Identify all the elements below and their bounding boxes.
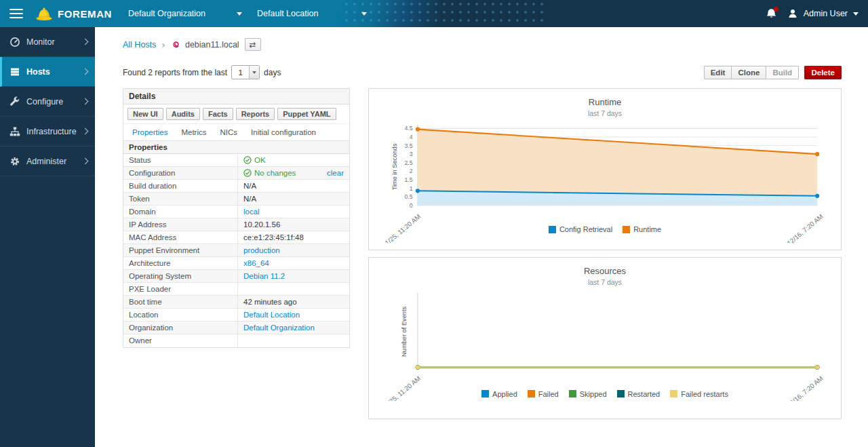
domain-link[interactable]: local bbox=[243, 208, 260, 216]
check-circle-icon bbox=[243, 169, 252, 177]
host-switcher-button[interactable]: ⇄ bbox=[245, 38, 261, 51]
sidebar-item-infrastructure[interactable]: Infrastructure bbox=[0, 117, 95, 147]
user-name: Admin User bbox=[804, 9, 848, 18]
table-row-owner: Owner bbox=[123, 334, 349, 347]
breadcrumb-current-host: debian11.local bbox=[171, 39, 239, 50]
chevron-right-icon bbox=[82, 69, 89, 75]
host-action-buttons: Edit Clone Build Delete bbox=[704, 66, 842, 79]
legend-swatch bbox=[670, 390, 677, 397]
svg-text:Time in Seconds: Time in Seconds bbox=[391, 143, 398, 190]
reports-toolbar: Found 2 reports from the last 1 days Edi… bbox=[123, 65, 842, 79]
tab-metrics[interactable]: Metrics bbox=[175, 124, 212, 140]
runtime-chart-panel: Runtime last 7 days 00.511.522.533.544.5… bbox=[368, 88, 842, 250]
caret-down-icon bbox=[361, 12, 367, 16]
sidebar-nav: Monitor Hosts Configure bbox=[0, 27, 95, 447]
legend-item[interactable]: Applied bbox=[481, 390, 517, 398]
chevron-right-icon bbox=[82, 158, 89, 165]
caret-down-icon bbox=[853, 12, 859, 16]
svg-text:4: 4 bbox=[410, 134, 413, 140]
chevron-right-icon bbox=[82, 128, 89, 135]
tab-properties[interactable]: Properties bbox=[126, 124, 174, 140]
sidebar-item-hosts[interactable]: Hosts bbox=[0, 57, 95, 87]
svg-text:4.5: 4.5 bbox=[405, 125, 413, 132]
legend-item[interactable]: Failed bbox=[528, 390, 559, 398]
legend-item[interactable]: Failed restarts bbox=[670, 390, 728, 398]
location-dropdown[interactable]: Default Location bbox=[257, 9, 367, 18]
location-link[interactable]: Default Location bbox=[243, 311, 300, 319]
user-icon bbox=[787, 8, 798, 19]
legend-label: Runtime bbox=[633, 225, 661, 233]
chevron-right-icon bbox=[82, 39, 89, 45]
wrench-icon bbox=[9, 96, 20, 107]
table-row-architecture: Architecture x86_64 bbox=[123, 257, 349, 270]
audits-button[interactable]: Audits bbox=[166, 108, 200, 120]
legend-label: Config Retrieval bbox=[559, 225, 612, 233]
operating-system-link[interactable]: Debian 11.2 bbox=[243, 272, 285, 280]
legend-label: Failed bbox=[538, 390, 559, 398]
legend-item[interactable]: Config Retrieval bbox=[549, 225, 612, 233]
tab-initial-configuration[interactable]: Initial configuration bbox=[245, 124, 322, 140]
table-row-organization: Organization Default Organization bbox=[123, 322, 349, 334]
table-row-configuration: Configuration No changesclear bbox=[123, 167, 349, 180]
host-name: debian11.local bbox=[185, 40, 239, 50]
sidebar-item-configure[interactable]: Configure bbox=[0, 87, 95, 117]
charts-column: Runtime last 7 days 00.511.522.533.544.5… bbox=[368, 88, 842, 419]
delete-button[interactable]: Delete bbox=[804, 66, 842, 79]
svg-text:3: 3 bbox=[410, 151, 413, 157]
legend-item[interactable]: Restarted bbox=[617, 390, 660, 398]
runtime-chart: 00.511.522.533.544.511/25, 11:20 AM12/16… bbox=[374, 120, 835, 243]
runtime-chart-subtitle: last 7 days bbox=[374, 109, 835, 117]
resources-chart-legend: AppliedFailedSkippedRestartedFailed rest… bbox=[374, 390, 835, 398]
select-caret-icon bbox=[249, 66, 259, 79]
architecture-link[interactable]: x86_64 bbox=[243, 259, 269, 267]
svg-text:1.5: 1.5 bbox=[405, 176, 413, 183]
foreman-logo[interactable]: FOREMAN bbox=[35, 6, 112, 21]
table-row-status: Status OK bbox=[123, 154, 349, 167]
tab-nics[interactable]: NICs bbox=[214, 124, 243, 140]
resources-chart-panel: Resources last 7 days 11/25, 11:20 AM12/… bbox=[368, 257, 842, 419]
resources-chart: 11/25, 11:20 AM12/16, 7:20 AMNumber of E… bbox=[374, 289, 835, 401]
build-button: Build bbox=[766, 66, 799, 79]
user-menu[interactable]: Admin User bbox=[787, 8, 859, 19]
details-buttons: New UI Audits Facts Reports Puppet YAML bbox=[123, 104, 349, 124]
table-row-domain: Domain local bbox=[123, 206, 349, 218]
server-icon bbox=[9, 66, 20, 77]
runtime-chart-title: Runtime bbox=[374, 97, 835, 107]
legend-swatch bbox=[569, 390, 576, 397]
breadcrumb-all-hosts-link[interactable]: All Hosts bbox=[123, 40, 156, 50]
gear-icon bbox=[9, 156, 20, 167]
legend-swatch bbox=[528, 390, 535, 397]
notification-badge bbox=[774, 7, 778, 12]
puppet-yaml-button[interactable]: Puppet YAML bbox=[277, 108, 336, 120]
table-row-pxe-loader: PXE Loader bbox=[123, 283, 349, 296]
facts-button[interactable]: Facts bbox=[203, 108, 233, 120]
notifications-bell-icon[interactable] bbox=[766, 8, 777, 20]
resources-chart-subtitle: last 7 days bbox=[374, 278, 835, 286]
edit-button[interactable]: Edit bbox=[704, 66, 732, 79]
legend-label: Failed restarts bbox=[681, 390, 728, 398]
reports-button[interactable]: Reports bbox=[236, 108, 275, 120]
details-panel: Details New UI Audits Facts Reports Pupp… bbox=[123, 88, 350, 348]
chevron-right-icon bbox=[82, 98, 89, 105]
sidebar-item-administer[interactable]: Administer bbox=[0, 147, 95, 176]
top-navbar: FOREMAN Default Organization Default Loc… bbox=[0, 0, 868, 27]
table-row-operating-system: Operating System Debian 11.2 bbox=[123, 270, 349, 283]
status-badge: OK bbox=[243, 156, 266, 164]
legend-label: Restarted bbox=[628, 390, 660, 398]
legend-item[interactable]: Runtime bbox=[623, 225, 661, 233]
menu-icon[interactable] bbox=[9, 9, 23, 18]
svg-text:Number of Events: Number of Events bbox=[401, 306, 408, 357]
clear-link[interactable]: clear bbox=[327, 169, 344, 177]
new-ui-button[interactable]: New UI bbox=[127, 108, 163, 120]
reports-summary: Found 2 reports from the last 1 days bbox=[123, 65, 281, 79]
table-row-ip-address: IP Address 10.20.1.56 bbox=[123, 218, 349, 231]
main-content: All Hosts › debian11.local ⇄ Found 2 rep… bbox=[95, 27, 868, 447]
days-select[interactable]: 1 bbox=[231, 65, 260, 79]
clone-button[interactable]: Clone bbox=[731, 66, 766, 79]
legend-item[interactable]: Skipped bbox=[569, 390, 607, 398]
organization-dropdown[interactable]: Default Organization bbox=[128, 9, 242, 18]
puppet-environment-link[interactable]: production bbox=[243, 246, 280, 254]
runtime-chart-legend: Config RetrievalRuntime bbox=[374, 225, 835, 233]
sidebar-item-monitor[interactable]: Monitor bbox=[0, 27, 95, 57]
organization-link[interactable]: Default Organization bbox=[243, 324, 315, 332]
